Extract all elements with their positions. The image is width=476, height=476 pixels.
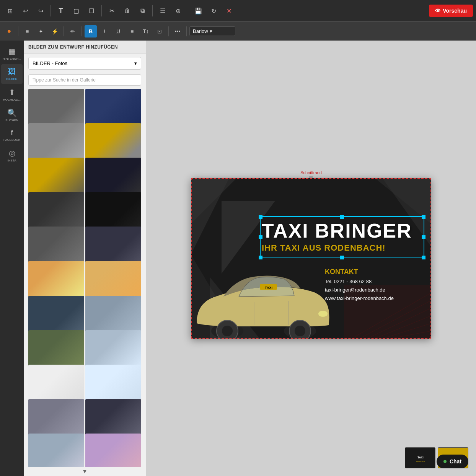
suchen-icon: 🔍 (7, 108, 17, 117)
font-name: Barlow (193, 28, 208, 34)
pen-button[interactable]: ✏ (67, 25, 79, 37)
category-label: BILDER - Fotos (33, 60, 67, 66)
schnittrand-label: Schnittrand (300, 170, 322, 175)
text-button[interactable]: T (54, 4, 68, 18)
save-button[interactable]: 💾 (191, 4, 205, 18)
panel-title: BILDER ZUM ENTWURF HINZUFÜGEN (28, 44, 118, 50)
handle-ml[interactable] (259, 235, 262, 239)
canvas-wrapper: Schnittrand (191, 178, 431, 339)
design-canvas: TAXI (191, 178, 431, 339)
canvas-area: Schnittrand (146, 41, 476, 476)
delete-button[interactable]: 🗑 (120, 4, 134, 18)
sidebar-item-bilder[interactable]: 🖼 BILDER (1, 64, 23, 84)
align-left-button[interactable]: ≡ (21, 25, 33, 37)
svg-text:TAXI: TAXI (265, 286, 272, 290)
fsep3 (82, 26, 82, 36)
sidebar-label-insta: INSTA (8, 159, 16, 162)
handle-tr[interactable] (422, 215, 425, 219)
chat-label: Chat (450, 458, 461, 465)
facebook-icon: f (11, 129, 13, 137)
svg-point-19 (295, 326, 305, 336)
cut-button[interactable]: ✂ (105, 4, 119, 18)
image-cell-22[interactable]: Passagier-Strasse2 (85, 434, 141, 467)
insta-icon: ◎ (9, 148, 15, 158)
fsep1 (18, 26, 18, 36)
bilder-icon: 🖼 (8, 67, 16, 76)
sidebar-item-hintergrund[interactable]: ▦ HINTERGR... (1, 44, 23, 64)
sep4 (188, 5, 188, 16)
bold-button[interactable]: B (85, 25, 97, 37)
sidebar-icons: ▦ HINTERGR... 🖼 BILDER ⬆ HOCHLAD... 🔍 SU… (0, 41, 24, 476)
main-area: ▦ HINTERGR... 🖼 BILDER ⬆ HOCHLAD... 🔍 SU… (0, 41, 476, 476)
svg-point-22 (318, 311, 328, 317)
sidebar-item-facebook[interactable]: f FACEBOOK (1, 126, 23, 145)
svg-point-17 (222, 326, 233, 336)
hochlad-icon: ⬆ (9, 88, 15, 97)
italic-button[interactable]: I (98, 25, 111, 37)
sidebar-item-insta[interactable]: ◎ INSTA (1, 145, 23, 165)
contact-info: Tel. 0221 - 368 62 88 taxi-bringer@roden… (325, 277, 394, 303)
scroll-down-button[interactable]: ▼ (24, 467, 146, 476)
text-size-button[interactable]: T↕ (140, 25, 152, 37)
preview-button[interactable]: 👁 Vorschau (429, 5, 473, 17)
sparkle-button[interactable]: ✦ (35, 25, 47, 37)
lightning-button[interactable]: ⚡ (49, 25, 61, 37)
handle-mr[interactable] (422, 235, 425, 239)
qr-button[interactable]: ⊞ (3, 4, 17, 18)
copy-button[interactable]: ⧉ (135, 4, 149, 18)
fsep2 (64, 26, 64, 36)
close-button[interactable]: ✕ (222, 4, 236, 18)
redo-button[interactable]: ↪ (34, 4, 47, 18)
layers-button[interactable]: ⊕ (171, 4, 185, 18)
fsep5 (186, 26, 187, 36)
dropdown-chevron-icon: ▾ (134, 60, 137, 66)
sidebar-label-facebook: FACEBOOK (3, 138, 20, 142)
refresh-button[interactable]: ↻ (207, 4, 220, 18)
panel-header: BILDER ZUM ENTWURF HINZUFÜGEN (24, 41, 146, 54)
hintergrund-icon: ▦ (8, 47, 16, 56)
svg-text:BRINGER: BRINGER (416, 460, 425, 463)
chat-dot (443, 460, 447, 463)
text-selection-box[interactable] (260, 216, 424, 258)
font-selector[interactable]: Barlow ▾ (189, 26, 235, 36)
format-toolbar: ● ≡ ✦ ⚡ ✏ B I U ≡ T↕ ⊡ ••• Barlow ▾ (0, 21, 476, 41)
preview-label: Vorschau (443, 8, 467, 14)
top-toolbar: ⊞ ↩ ↪ T ▢ ☐ ✂ 🗑 ⧉ ☰ ⊕ 💾 ↻ ✕ 👁 Vorschau (0, 0, 476, 21)
arrange-button[interactable]: ☰ (156, 4, 170, 18)
undo-button[interactable]: ↩ (18, 4, 32, 18)
align-center-button[interactable]: ≡ (126, 25, 138, 37)
sep3 (152, 5, 153, 16)
sidebar-item-suchen[interactable]: 🔍 SUCHEN (1, 105, 23, 125)
handle-bl[interactable] (259, 256, 262, 259)
search-box[interactable]: Tippe zur Suche in der Gallerie (28, 74, 141, 86)
handle-br[interactable] (422, 256, 425, 259)
color-button[interactable]: ● (3, 25, 15, 37)
email-text: taxi-bringer@rodenbach.de (325, 286, 394, 294)
handle-bm[interactable] (340, 256, 344, 259)
handle-tm[interactable] (340, 215, 344, 219)
sidebar-item-hochlad[interactable]: ⬆ HOCHLAD... (1, 85, 23, 104)
category-dropdown[interactable]: BILDER - Fotos ▾ (28, 57, 141, 70)
sep2 (101, 5, 102, 16)
more-button[interactable]: ••• (171, 25, 184, 37)
website-text: www.taxi-bringer-rodenbach.de (325, 294, 394, 303)
sidebar-label-bilder: BILDER (7, 77, 18, 81)
kontakt-label: KONTAKT (325, 268, 358, 276)
sidebar-label-suchen: SUCHEN (5, 119, 18, 122)
text-box-button[interactable]: ⊡ (153, 25, 166, 37)
left-panel: BILDER ZUM ENTWURF HINZUFÜGEN BILDER - F… (24, 41, 146, 476)
image-cell-21[interactable]: Passagier-Strasse (28, 434, 84, 467)
phone-text: Tel. 0221 - 368 62 88 (325, 277, 394, 286)
thumbnail-1[interactable]: TAXI BRINGER (405, 447, 435, 468)
svg-text:TAXI: TAXI (417, 456, 423, 459)
sep1 (51, 5, 51, 16)
frame-button[interactable]: ☐ (85, 4, 98, 18)
fsep4 (168, 26, 169, 36)
handle-tl[interactable] (259, 215, 262, 219)
crop-button[interactable]: ▢ (69, 4, 83, 18)
chat-widget[interactable]: Chat (437, 455, 468, 468)
sidebar-label-hintergrund: HINTERGR... (3, 57, 21, 60)
underline-button[interactable]: U (112, 25, 124, 37)
sidebar-label-hochlad: HOCHLAD... (3, 98, 21, 101)
image-grid: 1Taxi-Bahnhof1Taxi-Dachschild11Taxi-Dach… (24, 89, 146, 467)
